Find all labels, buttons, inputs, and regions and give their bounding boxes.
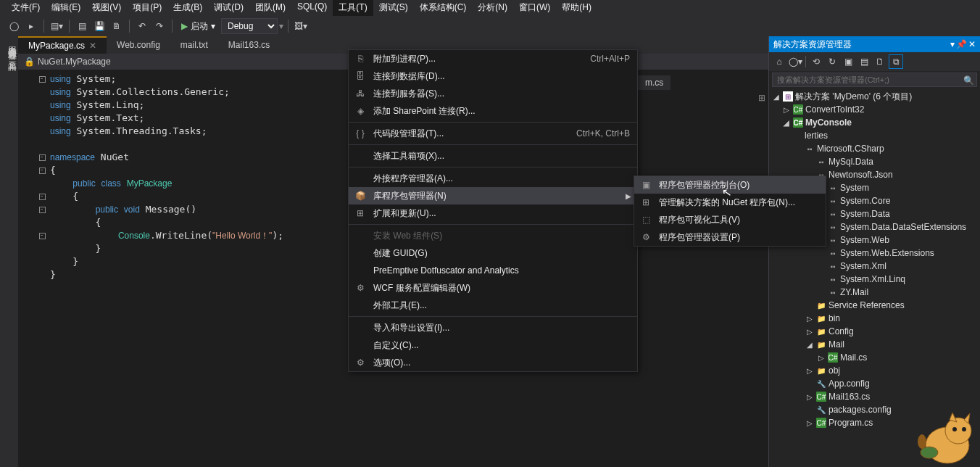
tree-item-Microsoft.CSharp[interactable]: ▪▪Microsoft.CSharp <box>769 142 980 155</box>
menu-item-PreEmpti[interactable]: PreEmptive Dotfuscator and Analytics <box>349 262 637 279</box>
tree-item-System.Xml.Linq[interactable]: ▪▪System.Xml.Linq <box>769 273 980 286</box>
collapse-icon[interactable]: ▣ <box>841 54 855 69</box>
expand-icon[interactable]: ▷ <box>805 419 814 427</box>
menu-item-代码段管理器(T[interactable]: { }代码段管理器(T)...Ctrl+K, Ctrl+B <box>349 125 637 142</box>
tree-item-解决方案 'MyDemo' (6 个项目)[interactable]: ◢⊞解决方案 'MyDemo' (6 个项目) <box>769 90 980 103</box>
tree-item-Service References[interactable]: 📁Service References <box>769 299 980 312</box>
open-icon[interactable]: ▤ <box>74 18 90 34</box>
split-icon[interactable]: ⊞ <box>758 93 765 103</box>
close-icon[interactable]: ✕ <box>89 41 96 51</box>
tree-item-App.config[interactable]: 🔧App.config <box>769 377 980 390</box>
expand-icon[interactable]: ◢ <box>805 341 814 349</box>
dropdown-icon[interactable]: ▾ <box>950 39 955 49</box>
menu-视图[interactable]: 视图(V) <box>86 0 127 16</box>
tree-item-packages.config[interactable]: 🔧packages.config <box>769 403 980 416</box>
menu-体系结构[interactable]: 体系结构(C) <box>414 0 473 16</box>
menu-item-扩展和更新(U)[interactable]: ⊞扩展和更新(U)... <box>349 204 637 222</box>
menu-item-自定义(C)..[interactable]: 自定义(C)... <box>349 336 637 354</box>
tree-item-obj[interactable]: ▷📁obj <box>769 364 980 377</box>
tree-label: bin <box>829 313 840 323</box>
tree-item-Mail.cs[interactable]: ▷C#Mail.cs <box>769 351 980 364</box>
menu-item-程序包管理器设置[interactable]: ⚙程序包管理器设置(P) <box>634 228 826 246</box>
menu-item-导入和导出设置([interactable]: 导入和导出设置(I)... <box>349 319 637 336</box>
menu-item-管理解决方案的 [interactable]: ⊞管理解决方案的 NuGet 程序包(N)... <box>634 194 826 211</box>
tree-item-System.Web.Extensions[interactable]: ▪▪System.Web.Extensions <box>769 247 980 260</box>
menu-item-连接到服务器(S[interactable]: 🖧连接到服务器(S)... <box>349 85 637 102</box>
home-icon[interactable]: ⌂ <box>772 54 786 69</box>
expand-icon[interactable]: ▷ <box>805 328 814 336</box>
config-select[interactable]: Debug <box>221 18 278 34</box>
pin-icon[interactable]: 📌 <box>956 39 967 49</box>
menu-项目[interactable]: 项目(P) <box>127 0 167 16</box>
browser-icon[interactable]: 🖾▾ <box>293 18 309 34</box>
tab-extra[interactable]: m.cs <box>638 75 670 90</box>
menu-帮助[interactable]: 帮助(H) <box>556 0 597 16</box>
sync-icon[interactable]: ⟲ <box>809 54 823 69</box>
tree-item-Program.cs[interactable]: ▷C#Program.cs <box>769 416 980 429</box>
tree-item-ZY.Mail[interactable]: ▪▪ZY.Mail <box>769 286 980 299</box>
tab-Mail163.cs[interactable]: Mail163.cs <box>218 36 280 54</box>
start-button[interactable]: ▶ 启动 ▾ <box>177 19 220 34</box>
menubar: 文件(F)编辑(E)视图(V)项目(P)生成(B)调试(D)团队(M)SQL(Q… <box>0 0 980 16</box>
menu-item-程序包可视化工具[interactable]: ⬚程序包可视化工具(V) <box>634 211 826 228</box>
menu-item-连接到数据库(D[interactable]: 🗄连接到数据库(D)... <box>349 67 637 85</box>
menu-item-选择工具箱项(X[interactable]: 选择工具箱项(X)... <box>349 147 637 165</box>
menu-SQL[interactable]: SQL(Q) <box>291 0 333 16</box>
pkg-icon: 📦 <box>353 191 368 201</box>
menu-分析[interactable]: 分析(N) <box>472 0 513 16</box>
menu-文件[interactable]: 文件(F) <box>6 0 46 16</box>
expand-icon[interactable]: ▷ <box>805 393 814 401</box>
tree-item-System.Xml[interactable]: ▪▪System.Xml <box>769 260 980 273</box>
expand-icon[interactable]: ▷ <box>805 367 814 375</box>
redo-icon[interactable]: ↷ <box>151 18 167 34</box>
menu-编辑[interactable]: 编辑(E) <box>46 0 86 16</box>
search-input[interactable] <box>772 73 977 87</box>
back-icon[interactable]: ◯▾ <box>788 54 802 69</box>
menu-调试[interactable]: 调试(D) <box>208 0 249 16</box>
save-icon[interactable]: 💾 <box>91 18 107 34</box>
tree-label: Mail <box>829 339 844 350</box>
menu-item-外接程序管理器([interactable]: 外接程序管理器(A)... <box>349 170 637 187</box>
menu-item-选项(O)...[interactable]: ⚙选项(O)... <box>349 354 637 371</box>
expand-icon[interactable]: ▷ <box>782 106 791 114</box>
tab-Web.config[interactable]: Web.config <box>107 36 170 54</box>
menu-工具[interactable]: 工具(T) <box>333 0 373 16</box>
start-label: 启动 <box>191 20 208 33</box>
tree-item-Config[interactable]: ▷📁Config <box>769 325 980 338</box>
tree-item-MySql.Data[interactable]: ▪▪MySql.Data <box>769 155 980 168</box>
tree-item-Mail[interactable]: ◢📁Mail <box>769 338 980 351</box>
new-icon[interactable]: ▤▾ <box>49 18 65 34</box>
menu-item-创建 GUID([interactable]: 创建 GUID(G) <box>349 244 637 262</box>
menu-item-WCF 服务配置[interactable]: ⚙WCF 服务配置编辑器(W) <box>349 279 637 297</box>
tree-item-MyConsole[interactable]: ◢C#MyConsole <box>769 116 980 129</box>
preview-icon[interactable]: ⧉ <box>889 54 903 69</box>
back-icon[interactable]: ◯ <box>6 18 22 34</box>
menu-item-附加到进程(P)[interactable]: ⎘附加到进程(P)...Ctrl+Alt+P <box>349 50 637 67</box>
forward-icon[interactable]: ▸ <box>23 18 39 34</box>
undo-icon[interactable]: ↶ <box>134 18 150 34</box>
expand-icon[interactable]: ▷ <box>817 354 826 362</box>
vertical-tabs[interactable]: 服务器资源管理器 工具箱 <box>0 36 18 467</box>
menu-团队[interactable]: 团队(M) <box>249 0 291 16</box>
tree-item-Mail163.cs[interactable]: ▷C#Mail163.cs <box>769 390 980 403</box>
save-all-icon[interactable]: 🗎 <box>109 18 125 34</box>
expand-icon[interactable]: ◢ <box>782 119 791 127</box>
tree-item-bin[interactable]: ▷📁bin <box>769 312 980 325</box>
tree-item-ConvertToInt32[interactable]: ▷C#ConvertToInt32 <box>769 103 980 116</box>
tab-MyPackage.cs[interactable]: MyPackage.cs✕ <box>18 36 107 54</box>
tab-mail.txt[interactable]: mail.txt <box>170 36 218 54</box>
menu-生成[interactable]: 生成(B) <box>167 0 208 16</box>
expand-icon[interactable]: ▷ <box>805 315 814 323</box>
tree-item-lerties[interactable]: lerties <box>769 129 980 142</box>
menu-窗口[interactable]: 窗口(W) <box>513 0 556 16</box>
menu-item-外部工具(E).[interactable]: 外部工具(E)... <box>349 297 637 314</box>
close-icon[interactable]: ✕ <box>968 39 976 49</box>
properties-icon[interactable]: 🗋 <box>873 54 887 69</box>
menu-测试[interactable]: 测试(S) <box>373 0 414 16</box>
menu-item-库程序包管理器([interactable]: 📦库程序包管理器(N)▶ <box>349 187 637 204</box>
menu-item-程序包管理器控制[interactable]: ▣程序包管理器控制台(O) <box>634 176 826 194</box>
show-all-icon[interactable]: ▤ <box>857 54 871 69</box>
refresh-icon[interactable]: ↻ <box>825 54 839 69</box>
menu-item-添加 Share[interactable]: ◈添加 SharePoint 连接(R)... <box>349 102 637 120</box>
expand-icon[interactable]: ◢ <box>772 93 781 101</box>
